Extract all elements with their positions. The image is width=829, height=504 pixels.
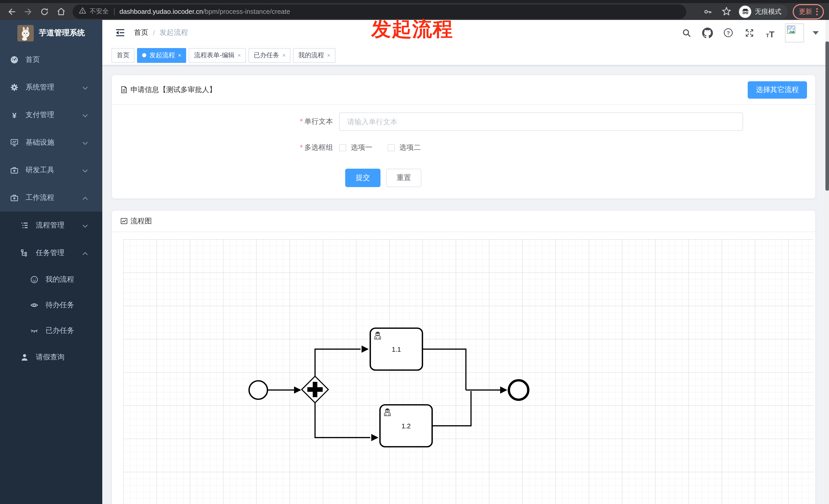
checkbox-option-2[interactable]: 选项二 (388, 143, 421, 152)
header-actions: ? TT (680, 23, 819, 42)
application-info-card: 申请信息【测试多审批人】 选择其它流程 *单行文本 *多选框组 (111, 75, 816, 199)
insecure-warning-icon[interactable] (79, 7, 86, 16)
avatar-dropdown-caret-icon[interactable] (813, 31, 819, 35)
app-logo[interactable]: 芋道管理系统 (0, 20, 102, 46)
toolbar-right: 无痕模式 更新 (701, 4, 824, 19)
sidebar-item-home[interactable]: 首页 (0, 46, 102, 74)
browser-update-button[interactable]: 更新 (793, 4, 824, 19)
chevron-down-icon (82, 111, 88, 119)
bpmn-diagram: 1.1 1.2 (123, 239, 814, 504)
forward-icon[interactable] (22, 5, 35, 18)
sidebar-item-label: 请假查询 (36, 353, 65, 362)
task-label: 1.2 (401, 422, 411, 430)
sidebar-item-devtools[interactable]: 研发工具 (0, 156, 102, 184)
field-label: *单行文本 (112, 117, 339, 126)
tab-label: 流程表单-编辑 (194, 51, 235, 60)
checkbox-label: 选项一 (351, 143, 372, 152)
font-size-icon[interactable]: TT (764, 27, 776, 39)
sidebar-item-label: 研发工具 (26, 166, 54, 175)
tab-label: 发起流程 (149, 51, 175, 60)
tab-label: 已办任务 (254, 51, 279, 60)
chevron-down-icon (82, 221, 88, 230)
tab-close-icon[interactable]: × (282, 52, 286, 58)
password-key-icon[interactable] (701, 5, 715, 18)
flow-tree-icon (21, 249, 29, 257)
page-header: 首页 / 发起流程 ? (102, 20, 829, 45)
sidebar-item-leave-query[interactable]: 请假查询 (0, 344, 102, 371)
document-icon (120, 86, 128, 93)
parallel-gateway-node[interactable] (302, 376, 328, 403)
sidebar-item-label: 已办任务 (45, 326, 74, 335)
sidebar-fold-icon[interactable] (114, 27, 126, 38)
help-icon[interactable]: ? (722, 27, 734, 39)
search-icon[interactable] (680, 27, 692, 39)
sidebar-item-my-process[interactable]: 我的流程 (0, 267, 102, 293)
smiley-face-icon (30, 275, 38, 284)
user-task-node-2[interactable]: 1.2 (380, 405, 432, 447)
yen-icon: ¥ (10, 111, 19, 119)
bpmn-canvas[interactable]: 1.1 1.2 (123, 239, 814, 504)
home-icon[interactable] (54, 5, 68, 18)
tab-done-tasks[interactable]: 已办任务 × (249, 48, 291, 63)
breadcrumb-separator: / (153, 29, 155, 37)
required-mark: * (300, 143, 303, 151)
sidebar-item-payment[interactable]: ¥ 支付管理 (0, 101, 102, 129)
submit-button[interactable]: 提交 (345, 169, 381, 187)
single-line-text-input[interactable] (339, 112, 743, 131)
browser-menu-kebab-icon[interactable] (816, 8, 818, 15)
github-icon[interactable] (701, 27, 713, 39)
user-avatar-broken-image[interactable] (785, 23, 804, 42)
card-title: 流程图 (120, 217, 152, 226)
tab-process-form-edit[interactable]: 流程表单-编辑 × (189, 48, 246, 63)
back-icon[interactable] (5, 5, 19, 18)
app-title: 芋道管理系统 (39, 28, 85, 38)
sidebar-item-process-mgmt[interactable]: 流程管理 (0, 211, 102, 239)
update-label[interactable]: 更新 (799, 7, 812, 16)
briefcase-icon (10, 166, 19, 174)
dashboard-icon (10, 56, 19, 64)
task-label: 1.1 (392, 346, 401, 353)
checkbox-icon[interactable] (388, 144, 395, 151)
incognito-label: 无痕模式 (755, 7, 782, 16)
page-scrollbar-thumb[interactable] (825, 41, 829, 191)
start-event-node[interactable] (249, 381, 267, 399)
bookmark-star-icon[interactable] (720, 5, 733, 18)
reset-button[interactable]: 重置 (386, 169, 422, 187)
tab-close-icon[interactable]: × (327, 52, 330, 58)
incognito-icon (739, 5, 751, 17)
page-scrollbar-track[interactable] (825, 20, 829, 504)
checkbox-option-1[interactable]: 选项一 (339, 143, 372, 152)
card-title: 申请信息【测试多审批人】 (120, 85, 216, 94)
sidebar-item-done-tasks[interactable]: 已办任务 (0, 318, 102, 344)
user-task-node-1[interactable]: 1.1 (370, 328, 423, 370)
field-label: *多选框组 (112, 143, 339, 152)
url-path[interactable]: /bpm/process-instance/create (203, 8, 290, 15)
tab-close-icon[interactable]: × (238, 52, 241, 58)
tree-list-icon (21, 221, 29, 230)
url-host[interactable]: dashboard.yudao.iocoder.cn (119, 8, 203, 15)
sidebar-item-workflow[interactable]: 工作流程 (0, 184, 102, 211)
end-event-node[interactable] (509, 380, 528, 400)
tab-initiate-process[interactable]: 发起流程 × (137, 48, 186, 63)
tab-label: 首页 (117, 51, 130, 60)
security-label[interactable]: 不安全 (89, 7, 109, 16)
sidebar-item-task-mgmt[interactable]: 任务管理 (0, 239, 102, 267)
chevron-down-icon (82, 83, 88, 91)
sidebar-item-label: 任务管理 (36, 248, 65, 258)
tab-my-process[interactable]: 我的流程 × (293, 48, 335, 63)
switch-process-button[interactable]: 选择其它流程 (748, 81, 807, 99)
gear-icon (10, 83, 19, 91)
tab-home[interactable]: 首页 (111, 48, 135, 63)
required-mark: * (300, 117, 303, 125)
checkbox-icon[interactable] (339, 144, 346, 151)
fullscreen-icon[interactable] (743, 27, 755, 39)
breadcrumb-home[interactable]: 首页 (134, 28, 148, 37)
sidebar-item-todo-tasks[interactable]: 待办任务 (0, 293, 102, 318)
sidebar-item-system[interactable]: 系统管理 (0, 74, 102, 101)
sidebar-item-infrastructure[interactable]: 基础设施 (0, 129, 102, 156)
reload-icon[interactable] (38, 5, 51, 18)
tab-close-icon[interactable]: × (178, 52, 181, 58)
active-tab-dot (142, 53, 146, 57)
sidebar-item-label: 首页 (26, 55, 40, 65)
incognito-badge: 无痕模式 (738, 4, 788, 18)
